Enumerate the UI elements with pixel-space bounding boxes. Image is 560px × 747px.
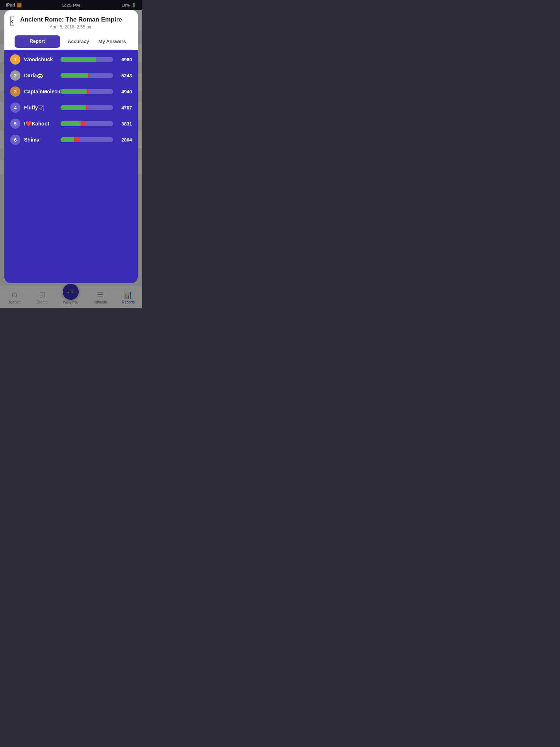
player-name-4: Fluffy🏹	[24, 105, 57, 111]
score-bar-3	[61, 89, 113, 94]
rank-badge-3: 3	[10, 86, 20, 97]
score-bar-2	[61, 73, 113, 78]
score-6: 2804	[119, 137, 132, 143]
score-bar-4	[61, 105, 113, 110]
player-name-5: I❤️Kahoot	[24, 121, 57, 127]
modal-subtitle: April 5, 2018, 2:55 pm	[10, 24, 132, 30]
green-bar-6	[61, 137, 74, 142]
leaderboard-row-6: 6 Shima 2804	[10, 135, 132, 145]
score-3: 4940	[119, 89, 132, 94]
tab-accuracy[interactable]: Accuracy	[62, 34, 96, 50]
modal-header: ‹ Ancient Rome: The Roman Empire April 5…	[4, 10, 138, 50]
red-bar-5	[81, 121, 86, 126]
back-button[interactable]: ‹	[10, 16, 14, 26]
rank-badge-2: 2	[10, 70, 20, 81]
report-modal: ‹ Ancient Rome: The Roman Empire April 5…	[4, 10, 138, 283]
rank-badge-6: 6	[10, 135, 20, 145]
score-bar-6	[61, 137, 113, 142]
modal-tabs: Report Accuracy My Answers	[10, 34, 132, 50]
modal-title: Ancient Rome: The Roman Empire	[10, 16, 132, 23]
player-name-2: Daria🐼	[24, 73, 57, 78]
score-1: 6960	[119, 57, 132, 62]
score-2: 5243	[119, 73, 132, 78]
rank-badge-4: 4	[10, 102, 20, 113]
leaderboard-row-1: 1 Woodchuck 6960	[10, 54, 132, 65]
leaderboard-body: 1 Woodchuck 6960 2 Daria🐼 5243 3 Captain…	[4, 50, 138, 283]
red-bar-4	[86, 105, 88, 110]
player-name-6: Shima	[24, 137, 57, 143]
leaderboard-row-2: 2 Daria🐼 5243	[10, 70, 132, 81]
tab-my-answers[interactable]: My Answers	[95, 34, 129, 50]
score-bar-5	[61, 121, 113, 126]
green-bar-5	[61, 121, 81, 126]
player-name-3: CaptainMolecule	[24, 89, 57, 94]
tab-report[interactable]: Report	[15, 35, 60, 48]
rank-badge-1: 1	[10, 54, 20, 65]
player-name-1: Woodchuck	[24, 57, 57, 62]
score-5: 3831	[119, 121, 132, 127]
leaderboard-row-4: 4 Fluffy🏹 4707	[10, 102, 132, 113]
red-bar-6	[74, 137, 79, 142]
red-bar-2	[88, 73, 90, 78]
green-bar-3	[61, 89, 87, 94]
score-bar-1	[61, 57, 113, 62]
score-4: 4707	[119, 105, 132, 111]
green-bar-1	[61, 57, 96, 62]
leaderboard-row-3: 3 CaptainMolecule 4940	[10, 86, 132, 97]
red-bar-3	[87, 89, 89, 94]
green-bar-2	[61, 73, 88, 78]
rank-badge-5: 5	[10, 119, 20, 129]
green-bar-4	[61, 105, 86, 110]
leaderboard-row-5: 5 I❤️Kahoot 3831	[10, 119, 132, 129]
